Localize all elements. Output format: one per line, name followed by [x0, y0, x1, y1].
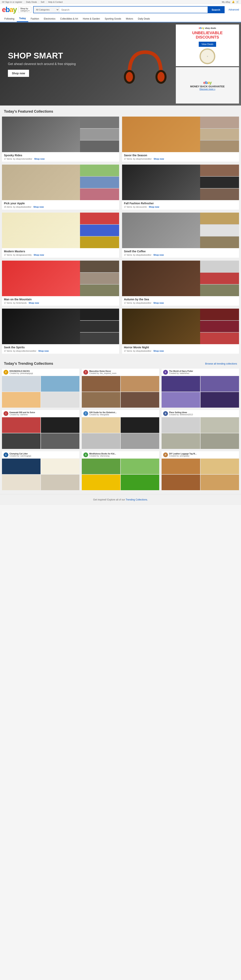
trending-header-3: I Kawasaki 500 and its Suice Created by:… [2, 410, 79, 417]
collection-shop-now-7[interactable]: Shop now [153, 302, 164, 304]
deals-title2: DISCOUNTS [196, 35, 219, 39]
hero-banner: SHOP SMART Get ahead cleverest tech arou… [0, 22, 241, 105]
collection-side-img-1-4 [80, 213, 119, 224]
collection-shop-now-5[interactable]: Shop now [153, 254, 164, 256]
trending-card-6[interactable]: C Clumping Cat Litter Created by: catchi… [2, 451, 79, 490]
search-button[interactable]: Search [208, 6, 224, 13]
sign-in-link[interactable]: Hi! Sign in or register [2, 1, 22, 3]
collection-main-img-2 [2, 165, 80, 200]
collection-side-img-1-6 [80, 261, 119, 272]
my-ebay-link[interactable]: My eBay [222, 1, 230, 3]
trending-img-item-2-7 [121, 458, 159, 474]
collection-shop-now-0[interactable]: Shop now [34, 158, 44, 160]
discover-more-link[interactable]: Discover more » [200, 88, 215, 90]
nav-motors[interactable]: Motors [124, 16, 135, 22]
collection-card-9[interactable]: Horror Movie Night 17 items by ebaydeals… [122, 309, 239, 354]
collection-side-img-3-1 [200, 140, 239, 152]
trending-creator-name-1: Created by: the_inspired_room [89, 372, 116, 374]
hero-shop-now-button[interactable]: Shop now [8, 70, 29, 77]
collection-card-7[interactable]: Autumn by the Sea 17 items by ebaydealse… [122, 261, 239, 305]
shop-by-category[interactable]: Shop by category ▾ [19, 6, 31, 13]
collection-card-5[interactable]: Smell the Coffee 17 items by ebaydealsed… [122, 213, 239, 258]
collection-side-img-3-8 [80, 332, 119, 344]
collection-by-4: by designassembly [13, 254, 32, 256]
collection-shop-now-9[interactable]: Shop now [153, 350, 164, 352]
collection-card-4[interactable]: Modern Masters 17 items by designassembl… [2, 213, 119, 258]
trending-card-3[interactable]: I Kawasaki 500 and its Suice Created by:… [2, 410, 79, 449]
collection-shop-now-8[interactable]: Shop now [38, 350, 49, 352]
trending-card-8[interactable]: P DIY Leather Luggage Tag M... Created b… [162, 451, 239, 490]
collection-card-6[interactable]: Man on the Mountain 17 items by hinterla… [2, 261, 119, 305]
collection-shop-now-4[interactable]: Shop now [33, 254, 44, 256]
nav-today[interactable]: Today [17, 16, 28, 22]
trending-header-7: S Mindfulness Books for Kid... Created b… [82, 451, 159, 458]
footer-trending-link[interactable]: Trending Collections. [126, 498, 148, 501]
trending-img-item-4-3 [41, 433, 79, 449]
collection-shop-now-3[interactable]: Shop now [149, 206, 159, 208]
trending-avatar-5: B [163, 411, 168, 416]
collection-shop-now-1[interactable]: Shop now [154, 158, 164, 160]
cart-icon[interactable]: 🛒 [236, 1, 239, 3]
nav-sporting[interactable]: Sporting Goods [102, 16, 124, 22]
trending-img-1 [82, 376, 159, 407]
trending-card-4[interactable]: T Gift Guide for the Globetrot... Create… [82, 410, 159, 449]
trending-avatar-2: K [163, 370, 168, 375]
search-input[interactable] [59, 6, 208, 13]
trending-creator-name-2: Created by: katiehenez [169, 372, 193, 374]
collection-side-img-2-1 [200, 129, 239, 140]
collection-items-count-7: 17 items [124, 302, 132, 304]
browse-all-trending-link[interactable]: Browse all trending collections [205, 362, 237, 365]
ebay-logo[interactable]: ebay [2, 6, 17, 14]
help-link[interactable]: Help & Contact [48, 1, 63, 3]
trending-img-item-1-6 [2, 458, 41, 474]
collection-card-8[interactable]: Seek the Spirits 17 items by ebaycollect… [2, 309, 119, 354]
collection-card-3[interactable]: Fall Fashion Refresher 17 items by decou… [122, 165, 239, 210]
advanced-search-link[interactable]: Advanced [228, 8, 239, 11]
top-bar: Hi! Sign in or register | Daily Deals | … [0, 0, 241, 4]
collection-side-img-2-4 [80, 225, 119, 236]
nav-following[interactable]: Following [2, 16, 17, 22]
trending-card-5[interactable]: B Place Setting Ideas Created by: Bellew… [162, 410, 239, 449]
collection-by-1: by ebayhomeeditor [133, 158, 152, 160]
collection-meta-8: 17 items by ebaycollectionseditor Shop n… [4, 350, 117, 352]
trending-creator-3: Kawasaki 500 and its Suice Created by: i… [10, 411, 35, 416]
trending-img-4 [82, 417, 159, 449]
collection-main-img-0 [2, 116, 80, 152]
collection-info-6: Man on the Mountain 17 items by hinterla… [2, 296, 119, 305]
collection-name-3: Fall Fashion Refresher [124, 202, 237, 205]
trending-img-item-3-6 [2, 474, 41, 490]
collection-name-5: Smell the Coffee [124, 250, 237, 253]
daily-deals-link[interactable]: Daily Deals [26, 1, 37, 3]
collection-info-9: Horror Movie Night 17 items by ebaydeals… [122, 344, 239, 354]
collection-card-1[interactable]: Savor the Season 17 items by ebayhomeedi… [122, 116, 239, 162]
trending-creator-7: Mindfulness Books for Kid... Created by:… [89, 453, 116, 457]
trending-card-1[interactable]: T Masculine Home Decor Created by: the_i… [82, 369, 159, 407]
collection-side-img-1-5 [200, 213, 239, 224]
trending-creator-8: DIY Leather Luggage Tag M... Created by:… [169, 453, 197, 457]
nav-collectibles[interactable]: Collectibles & Art [58, 16, 81, 22]
collection-shop-now-2[interactable]: Shop now [33, 206, 44, 208]
nav-home-garden[interactable]: Home & Garden [81, 16, 102, 22]
view-deals-button[interactable]: View Deals [199, 42, 216, 47]
trending-card-2[interactable]: K The World of Harry Potter Created by: … [162, 369, 239, 407]
nav-electronics[interactable]: Electronics [41, 16, 58, 22]
trending-card-0[interactable]: P HOUSEHOLD HACKS Created by: pinkoteapi… [2, 369, 79, 407]
collection-card-2[interactable]: Pick your Apple 15 items by ebaydealsedi… [2, 165, 119, 210]
trending-avatar-8: P [163, 452, 168, 457]
category-select[interactable]: All Categories [33, 6, 59, 13]
trending-header-8: P DIY Leather Luggage Tag M... Created b… [162, 451, 239, 458]
bell-icon[interactable]: 🔔 [232, 1, 235, 3]
trending-img-item-1-4 [82, 417, 120, 433]
trending-header-2: K The World of Harry Potter Created by: … [162, 369, 239, 376]
header-actions: Advanced [228, 8, 239, 11]
collection-by-5: by ebaydealseditor [133, 254, 151, 256]
trending-card-7[interactable]: S Mindfulness Books for Kid... Created b… [82, 451, 159, 490]
nav-daily-deals[interactable]: Daily Deals [135, 16, 152, 22]
nav-fashion[interactable]: Fashion [28, 16, 41, 22]
collection-main-img-5 [122, 213, 200, 248]
collection-side-imgs-4 [80, 213, 119, 248]
sell-link[interactable]: Sell [41, 1, 44, 3]
collection-name-1: Savor the Season [124, 154, 237, 157]
collection-shop-now-6[interactable]: Shop now [29, 302, 39, 304]
collection-card-0[interactable]: Spooky Rides 17 items by ebaynotorsedito… [2, 116, 119, 162]
